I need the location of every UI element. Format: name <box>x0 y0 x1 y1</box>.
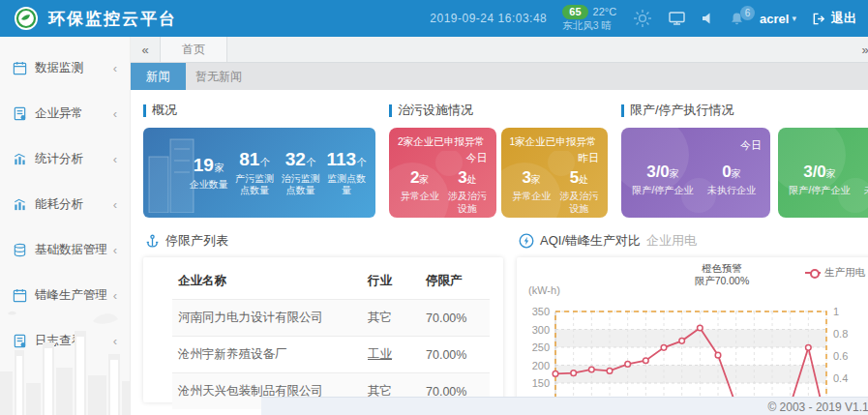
sidebar-item-data-monitoring[interactable]: 数据监测 ‹ <box>0 45 130 91</box>
overview-card: 19家 企业数量 81个 产污监测点数量 32个 治污监测点数量 113个 <box>143 128 375 218</box>
app-header: 环保监控云平台 2019-09-24 16:03:48 65 22°C 东北风3… <box>0 0 868 37</box>
collapse-chevron-icon: ‹ <box>113 106 117 121</box>
pollution-yesterday-card: 1家企业已申报异常 昨日 3家 异常企业 5处 涉及治污设施 <box>501 128 609 218</box>
table-row: 河南同力电力设计有限公司 其它 70.00% <box>172 300 490 337</box>
stat-abnormal-enterprises: 3家 异常企业 <box>512 168 552 215</box>
city-silhouette-decoration <box>0 304 131 415</box>
stat-enterprise-count: 19家 企业数量 <box>186 155 232 192</box>
news-empty-text: 暂无新闻 <box>195 63 242 90</box>
aqi-chart-subtitle: 企业用电 <box>646 232 697 250</box>
logout-button[interactable]: 退出 <box>812 10 856 27</box>
monitor-icon[interactable] <box>669 11 685 26</box>
stat-total-points: 113个 监测点数量 <box>324 149 371 197</box>
svg-text:150: 150 <box>532 377 550 389</box>
restriction-list-card: 企业名称 行业 停限产 河南同力电力设计有限公司 其它 70.00% <box>143 257 503 402</box>
bar-chart-icon <box>13 152 27 166</box>
sidebar-item-basic-data-management[interactable]: 基础数据管理 ‹ <box>0 227 130 273</box>
production-yesterday-card: 昨日 3/0家 限产/停产企业 0家 未执行企业 <box>778 128 868 218</box>
logout-icon <box>812 12 826 26</box>
stat-restricted-enterprises: 3/0家 限产/停产企业 <box>789 163 851 196</box>
sidebar-item-enterprise-abnormal[interactable]: 企业异常 ‹ <box>0 91 130 136</box>
col-header-industry: 行业 <box>362 263 420 300</box>
chevron-down-icon: ▾ <box>792 14 796 23</box>
anchor-icon <box>145 234 160 249</box>
sidebar-item-statistics-analysis[interactable]: 统计分析 ‹ <box>0 136 130 182</box>
legend-marker-power <box>805 272 821 274</box>
svg-text:0.8: 0.8 <box>833 328 848 340</box>
app-logo-icon <box>14 6 39 31</box>
stat-non-compliant-enterprises: 0家 未执行企业 <box>702 163 762 196</box>
sidebar: 数据监测 ‹ 企业异常 ‹ 统计分析 ‹ <box>0 37 131 415</box>
production-today-card: 今日 3/0家 限产/停产企业 0家 未执行企业 <box>621 128 770 218</box>
lightning-bolt-icon <box>519 233 534 249</box>
legend-item-power[interactable]: 生产用电 <box>805 266 865 280</box>
stat-facilities-involved: 3处 涉及治污设施 <box>447 168 487 215</box>
document-alert-icon <box>13 106 27 121</box>
col-header-enterprise: 企业名称 <box>172 263 362 300</box>
aqi-chart-card: 橙色预警 限产70.00% 生产用电 AQI <box>517 257 868 415</box>
svg-text:350: 350 <box>532 306 550 317</box>
aqi-chart-title: AQI/错峰生产对比 <box>540 232 641 250</box>
svg-text:200: 200 <box>532 360 550 371</box>
svg-text:300: 300 <box>532 324 550 336</box>
news-tab-button[interactable]: 新闻 <box>131 63 186 90</box>
production-section-title: 限产/停产执行情况 <box>621 102 868 119</box>
stat-treatment-points: 32个 治污监测点数量 <box>278 149 324 197</box>
sun-icon <box>632 8 653 29</box>
page-title: 环保监控云平台 <box>48 8 177 30</box>
svg-text:250: 250 <box>532 341 550 353</box>
news-bar: 新闻 暂无新闻 <box>131 63 868 90</box>
stat-restricted-enterprises: 3/0家 限产/停产企业 <box>632 163 694 196</box>
username: acrel <box>760 12 789 26</box>
collapse-chevron-icon: ‹ <box>113 152 117 166</box>
footer: © 2003 - 2019 V1.1.0 永久有效 <box>261 397 868 415</box>
scroll-tabs-left-icon[interactable]: « <box>131 37 160 62</box>
overview-section-title: 概况 <box>143 102 375 119</box>
svg-text:0.6: 0.6 <box>833 350 848 362</box>
restriction-table: 企业名称 行业 停限产 河南同力电力设计有限公司 其它 70.00% <box>172 263 490 409</box>
stat-non-compliant-enterprises: 0家 未执行企业 <box>858 163 868 196</box>
main-content: 概况 19家 企业数量 <box>131 90 868 415</box>
weather-widget: 65 22°C 东北风3 晴 <box>562 5 616 32</box>
sidebar-item-energy-analysis[interactable]: 能耗分析 ‹ <box>0 182 130 227</box>
table-row: 沧州宇新养殖设备厂 工业 70.00% <box>172 337 490 373</box>
pollution-section-title: 治污设施情况 <box>389 102 608 119</box>
collapse-chevron-icon: ‹ <box>113 288 117 303</box>
copyright-text: © 2003 - 2019 V1.1.0 永久有效 <box>767 400 868 414</box>
collapse-chevron-icon: ‹ <box>113 243 117 257</box>
collapse-chevron-icon: ‹ <box>113 61 117 75</box>
tab-bar: « 首页 » 关闭操作 <box>131 37 868 63</box>
restriction-list-title: 停限产列表 <box>165 232 228 250</box>
database-icon <box>13 243 27 257</box>
svg-text:0.4: 0.4 <box>833 372 848 384</box>
notifications-bell-icon[interactable]: 6 <box>730 12 744 26</box>
chart-legend: 生产用电 AQI <box>805 266 868 280</box>
temperature: 22°C <box>593 6 617 19</box>
pollution-today-card: 2家企业已申报异常 今日 2家 异常企业 3处 涉及治污设施 <box>389 128 496 218</box>
notification-count-badge: 6 <box>740 6 755 20</box>
bar-chart-icon <box>13 197 27 212</box>
tab-home[interactable]: 首页 <box>160 37 227 62</box>
calendar-icon <box>13 61 27 75</box>
aqi-badge: 65 <box>562 5 587 19</box>
stat-abnormal-enterprises: 2家 异常企业 <box>400 168 439 215</box>
speaker-icon[interactable] <box>701 12 714 25</box>
stat-pollution-source-points: 81个 产污监测点数量 <box>232 149 279 197</box>
user-menu[interactable]: acrel ▾ <box>760 12 796 26</box>
calendar-icon <box>13 288 27 303</box>
svg-text:1: 1 <box>833 306 839 317</box>
col-header-restriction: 停限产 <box>420 263 490 300</box>
wind: 东北风3 <box>562 19 598 31</box>
stat-facilities-involved: 5处 涉及治污设施 <box>559 168 599 215</box>
datetime: 2019-09-24 16:03:48 <box>430 12 547 25</box>
collapse-chevron-icon: ‹ <box>113 197 117 212</box>
scroll-tabs-right-icon[interactable]: » <box>851 37 868 62</box>
y-axis-unit-label: (kW-h) <box>528 284 560 296</box>
condition: 晴 <box>602 19 613 31</box>
industry-link[interactable]: 工业 <box>362 337 420 373</box>
